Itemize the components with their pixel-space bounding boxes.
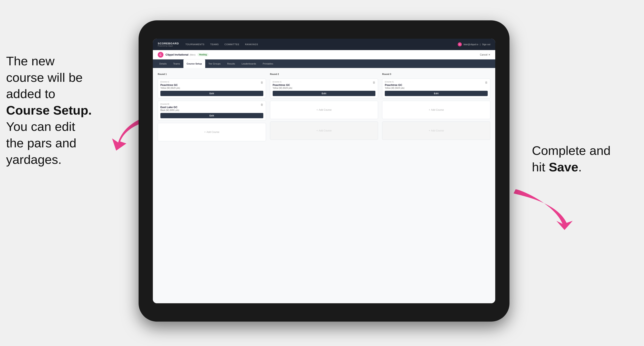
tournament-bar: C Clippd Invitational (Men) Hosting Canc… xyxy=(153,50,495,59)
right-annotation-line2: hit xyxy=(532,160,549,174)
course-a-tee: Yellow (M) (6629 yds) xyxy=(160,87,180,89)
nav-committee[interactable]: COMMITTEE xyxy=(224,43,239,46)
round-3-label: Round 3 xyxy=(382,73,490,75)
nav-links: TOURNAMENTS TEAMS COMMITTEE RANKINGS xyxy=(186,43,458,46)
delete-icon[interactable]: 🗑 xyxy=(260,81,263,84)
tablet-device: SCOREBOARD Powered by clippd TOURNAMENTS… xyxy=(138,20,510,322)
round1-course-b-card: (Course B) East Lake GC Black (M) (6891 … xyxy=(158,101,266,121)
round-2-column: Round 2 (Course A) Peachtree GC Yellow (… xyxy=(270,73,378,141)
logo-title: SCOREBOARD xyxy=(158,42,179,45)
round-2-label: Round 2 xyxy=(270,73,378,75)
nav-tournaments[interactable]: TOURNAMENTS xyxy=(186,43,204,46)
course-b-name: East Lake GC xyxy=(160,106,179,109)
nav-right: B blair@clippd.io | Sign out xyxy=(458,42,490,46)
right-annotation-line1: Complete and xyxy=(532,144,610,158)
r2-add-icon: + xyxy=(316,109,318,111)
delete-icon-b[interactable]: 🗑 xyxy=(260,103,263,106)
round1-add-course-button[interactable]: + Add Course xyxy=(158,123,266,141)
nav-rankings[interactable]: RANKINGS xyxy=(245,43,258,46)
r2-course-a-tag: (Course A) xyxy=(273,81,292,83)
rounds-grid: Round 1 (Course A) Peachtree GC Yellow (… xyxy=(158,73,490,141)
tab-bar: Details Teams Course Setup Tee Groups Re… xyxy=(153,59,495,68)
tab-results[interactable]: Results xyxy=(224,59,238,68)
card-header: (Course A) Peachtree GC Yellow (M) (6629… xyxy=(160,81,263,91)
nav-teams[interactable]: TEAMS xyxy=(210,43,219,46)
r2-add-icon-disabled: + xyxy=(316,129,318,132)
round3-add-course-button[interactable]: + Add Course xyxy=(382,101,490,119)
card-header-r3: (Course A) Peachtree GC Yellow (M) (6629… xyxy=(385,81,488,91)
tablet-screen: SCOREBOARD Powered by clippd TOURNAMENTS… xyxy=(153,39,495,303)
user-avatar: B xyxy=(458,42,462,46)
tab-teams[interactable]: Teams xyxy=(170,59,184,68)
right-annotation-bold: Save xyxy=(549,160,578,174)
scoreboard-logo: SCOREBOARD Powered by clippd xyxy=(158,42,179,47)
logo-subtitle: Powered by clippd xyxy=(158,45,179,47)
round-1-column: Round 1 (Course A) Peachtree GC Yellow (… xyxy=(158,73,266,141)
r2-add-course-label: Add Course xyxy=(319,109,332,111)
annotation-line2: course will be xyxy=(6,70,83,84)
right-annotation-end: . xyxy=(578,160,582,174)
round-3-column: Round 3 (Course A) Peachtree GC Yellow (… xyxy=(382,73,490,141)
round1-course-a-edit-button[interactable]: Edit xyxy=(160,91,263,96)
tab-course-setup[interactable]: Course Setup xyxy=(184,59,205,68)
round2-course-a-edit-button[interactable]: Edit xyxy=(273,91,376,96)
annotation-line6: the pars and xyxy=(6,136,76,150)
r2-course-a-tee: Yellow (M) (6629 yds) xyxy=(273,87,292,89)
round2-course-a-card: (Course A) Peachtree GC Yellow (M) (6629… xyxy=(270,79,378,98)
r3-add-course-disabled-label: Add Course xyxy=(431,129,444,132)
right-arrow-icon xyxy=(514,187,575,232)
r3-course-a-tee: Yellow (M) (6629 yds) xyxy=(385,87,404,89)
r3-delete-icon[interactable]: 🗑 xyxy=(485,81,488,84)
sign-out-link[interactable]: Sign out xyxy=(482,43,490,46)
r2-delete-icon[interactable]: 🗑 xyxy=(372,81,376,84)
r3-course-a-name: Peachtree GC xyxy=(385,83,404,86)
course-a-name: Peachtree GC xyxy=(160,83,180,86)
round-1-label: Round 1 xyxy=(158,73,266,75)
card-header-r2: (Course A) Peachtree GC Yellow (M) (6629… xyxy=(273,81,376,91)
round2-add-course-disabled: + Add Course xyxy=(270,122,378,140)
course-b-tag: (Course B) xyxy=(160,103,179,105)
annotation-line7: yardages. xyxy=(6,153,62,167)
tab-printables[interactable]: Printables xyxy=(260,59,276,68)
user-email: blair@clippd.io xyxy=(464,43,478,46)
tab-tee-groups[interactable]: Tee Groups xyxy=(205,59,224,68)
r3-add-icon-disabled: + xyxy=(428,129,430,132)
annotation-line1: The new xyxy=(6,54,54,68)
tab-leaderboards[interactable]: Leaderboards xyxy=(238,59,260,68)
r2-course-a-name: Peachtree GC xyxy=(273,83,292,86)
nav-separator: | xyxy=(480,43,480,46)
add-icon: + xyxy=(204,131,206,134)
top-nav: SCOREBOARD Powered by clippd TOURNAMENTS… xyxy=(153,39,495,50)
annotation-bold: Course Setup. xyxy=(6,103,92,117)
round3-add-course-disabled: + Add Course xyxy=(382,122,490,140)
r3-add-icon: + xyxy=(428,109,430,111)
annotation-line3: added to xyxy=(6,87,55,101)
r3-add-course-label: Add Course xyxy=(431,109,444,111)
card-header-b: (Course B) East Lake GC Black (M) (6891 … xyxy=(160,103,263,113)
add-course-label: Add Course xyxy=(206,131,219,134)
round3-course-a-edit-button[interactable]: Edit xyxy=(385,91,488,96)
round1-course-b-edit-button[interactable]: Edit xyxy=(160,113,263,118)
right-annotation: Complete and hit Save. xyxy=(532,143,638,175)
r2-add-course-disabled-label: Add Course xyxy=(319,129,332,132)
round3-course-a-card: (Course A) Peachtree GC Yellow (M) (6629… xyxy=(382,79,490,98)
round1-course-a-card: (Course A) Peachtree GC Yellow (M) (6629… xyxy=(158,79,266,98)
tournament-gender: (Men) xyxy=(190,53,196,56)
course-b-tee: Black (M) (6891 yds) xyxy=(160,109,179,111)
round2-add-course-button[interactable]: + Add Course xyxy=(270,101,378,119)
course-a-tag: (Course A) xyxy=(160,81,180,83)
main-content: Round 1 (Course A) Peachtree GC Yellow (… xyxy=(153,68,495,303)
r3-course-a-tag: (Course A) xyxy=(385,81,404,83)
tab-details[interactable]: Details xyxy=(156,59,170,68)
annotation-line5: You can edit xyxy=(6,120,75,134)
tournament-status: Hosting xyxy=(198,53,208,56)
tournament-name: Clippd Invitational xyxy=(166,53,188,56)
cancel-button[interactable]: Cancel ✕ xyxy=(480,53,490,56)
tournament-logo: C xyxy=(158,52,164,58)
